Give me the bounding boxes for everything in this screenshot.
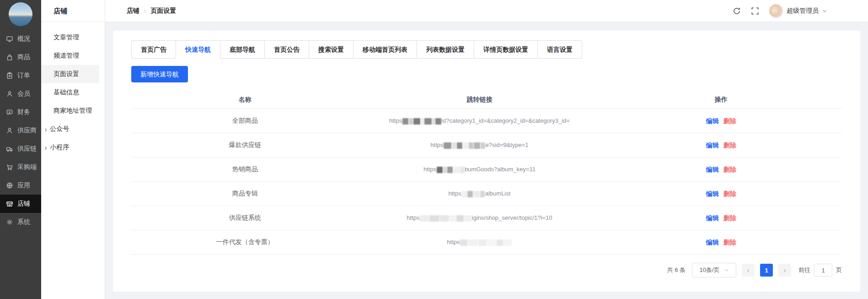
main-sidebar-item-chain[interactable]: 供应链 — [0, 140, 41, 158]
supplier-icon — [6, 127, 13, 134]
delete-link[interactable]: 删除 — [723, 117, 736, 125]
sub-sidebar-item[interactable]: 页面设置 — [41, 65, 99, 83]
redacted-block — [435, 118, 441, 125]
logo-wrap — [0, 0, 41, 30]
tab[interactable]: 列表数据设置 — [417, 41, 474, 59]
cell-name: 全部商品 — [131, 117, 359, 125]
table-header-row: 名称 跳转链接 操作 — [131, 91, 842, 109]
tab[interactable]: 语言设置 — [537, 41, 582, 59]
main-sidebar-item-monitor[interactable]: 概况 — [0, 30, 41, 48]
link-suffix: albumList — [485, 190, 511, 197]
main-column: 店铺 › 页面设置 超级管理员 首页广告快速导航底部导航首页公告搜索设置移动端首… — [105, 0, 868, 299]
chevron-down-icon — [822, 7, 827, 15]
prev-page-button[interactable]: ‹ — [742, 264, 755, 277]
delete-link[interactable]: 删除 — [723, 239, 736, 246]
user-menu[interactable]: 超级管理员 — [769, 4, 827, 18]
sub-sidebar-item[interactable]: 商家地址管理 — [41, 102, 99, 120]
main-sidebar-item-apps[interactable]: 应用 — [0, 176, 41, 195]
sub-sidebar-item-label: 页面设置 — [54, 70, 79, 78]
edit-link[interactable]: 编辑 — [706, 141, 719, 149]
page-size-select[interactable]: 10条/页 — [692, 263, 736, 277]
tab-label: 列表数据设置 — [426, 46, 465, 53]
page-size-value: 10条/页 — [699, 266, 719, 274]
tab[interactable]: 搜索设置 — [309, 41, 353, 59]
tab[interactable]: 首页广告 — [132, 41, 176, 59]
table-row: 一件代发（含专票） https 编辑删除 — [131, 230, 842, 255]
quick-nav-table: 名称 跳转链接 操作 全部商品 httpsst?category1_id=&ca… — [131, 91, 842, 255]
tab[interactable]: 底部导航 — [220, 41, 264, 59]
sidebar-item-label: 采购端 — [17, 163, 37, 171]
redacted-block — [421, 118, 424, 125]
cell-name: 供应链系统 — [131, 214, 359, 222]
sub-sidebar-item[interactable]: › 公众号 — [41, 120, 99, 138]
main-sidebar-item-member[interactable]: 会员 — [0, 85, 41, 103]
topbar-actions: 超级管理员 — [733, 4, 827, 18]
content-card: 首页广告快速导航底部导航首页公告搜索设置移动端首页列表列表数据设置详情页数据设置… — [113, 31, 860, 292]
fullscreen-icon[interactable] — [751, 7, 759, 15]
main-sidebar-item-supplier[interactable]: 供应商 — [0, 121, 41, 140]
cell-actions: 编辑删除 — [600, 165, 842, 174]
redacted-block — [424, 118, 432, 125]
sub-sidebar-item[interactable]: 文章管理 — [41, 28, 99, 47]
purchase-icon — [6, 163, 13, 171]
link-suffix: st?category1_id=&category2_id=&category3… — [441, 117, 570, 124]
table-row: 爆款供应链 httpse?sid=9&type=1 编辑删除 — [131, 133, 842, 158]
company-logo-avatar — [9, 2, 32, 26]
main-sidebar-item-bag[interactable]: 商品 — [0, 48, 41, 66]
edit-link[interactable]: 编辑 — [706, 214, 719, 222]
sub-sidebar-item[interactable]: 频道管理 — [41, 47, 99, 65]
edit-link[interactable]: 编辑 — [706, 239, 719, 246]
breadcrumb-item-shop[interactable]: 店铺 — [127, 7, 139, 15]
link-suffix: igins/shop_server/topic/1?i=10 — [472, 214, 552, 221]
main-sidebar-item-order[interactable]: 订单 — [0, 66, 41, 85]
main-sidebar-item-finance[interactable]: 财务 — [0, 103, 41, 121]
redacted-block — [480, 191, 485, 197]
redacted-block — [460, 167, 465, 173]
main-sidebar: 概况 商品 订单 会员 财务 供应商 供应链 采购端 应用 店铺 系统 — [0, 0, 41, 299]
main-sidebar-item-purchase[interactable]: 采购端 — [0, 158, 41, 176]
sub-sidebar-item[interactable]: 基础信息 — [41, 83, 99, 102]
add-quick-nav-button[interactable]: 新增快速导航 — [131, 66, 188, 82]
delete-link[interactable]: 删除 — [723, 214, 736, 222]
redacted-block — [444, 142, 451, 149]
edit-link[interactable]: 编辑 — [706, 117, 719, 125]
breadcrumb-item-page-settings: 页面设置 — [150, 7, 176, 15]
monitor-icon — [6, 35, 13, 43]
cell-link: httpsalbumList — [359, 190, 600, 197]
sub-nav: 文章管理 频道管理 页面设置 基础信息 商家地址管理 › 公众号 › 小程序 — [41, 28, 105, 157]
edit-link[interactable]: 编辑 — [706, 166, 719, 173]
next-page-button[interactable]: › — [778, 264, 791, 277]
redacted-block — [457, 142, 462, 149]
main-sidebar-item-gear[interactable]: 系统 — [0, 213, 41, 231]
tab[interactable]: 详情页数据设置 — [474, 41, 537, 59]
main-nav: 概况 商品 订单 会员 财务 供应商 供应链 采购端 应用 店铺 系统 — [0, 30, 41, 231]
redacted-block — [437, 167, 443, 173]
sub-sidebar-item[interactable]: › 小程序 — [41, 138, 99, 157]
sidebar-item-label: 会员 — [17, 90, 30, 98]
sidebar-item-label: 订单 — [17, 71, 30, 80]
delete-link[interactable]: 删除 — [723, 190, 736, 197]
redacted-block — [402, 118, 408, 125]
table-row: 商品专辑 httpsalbumList 编辑删除 — [131, 182, 842, 206]
delete-link[interactable]: 删除 — [723, 166, 736, 173]
tab[interactable]: 首页公告 — [264, 41, 309, 59]
redacted-block — [481, 142, 485, 149]
redacted-text — [460, 239, 512, 245]
edit-link[interactable]: 编辑 — [706, 190, 719, 197]
sub-sidebar-item-label: 基础信息 — [54, 88, 79, 97]
pagination-total: 共 6 条 — [667, 266, 686, 274]
apps-icon — [6, 182, 13, 189]
tab[interactable]: 快速导航 — [176, 41, 220, 59]
refresh-icon[interactable] — [733, 7, 741, 15]
page-number-1[interactable]: 1 — [760, 264, 773, 277]
delete-link[interactable]: 删除 — [723, 141, 736, 149]
main-sidebar-item-shop[interactable]: 店铺 — [0, 195, 41, 213]
redacted-text — [420, 214, 472, 221]
redacted-block — [460, 239, 467, 246]
tab-label: 详情页数据设置 — [483, 46, 528, 53]
chevron-down-icon — [724, 268, 729, 272]
link-prefix: https — [430, 141, 443, 148]
tab[interactable]: 移动端首页列表 — [353, 41, 417, 59]
column-header-name: 名称 — [131, 96, 359, 104]
goto-page-input[interactable] — [814, 264, 832, 277]
